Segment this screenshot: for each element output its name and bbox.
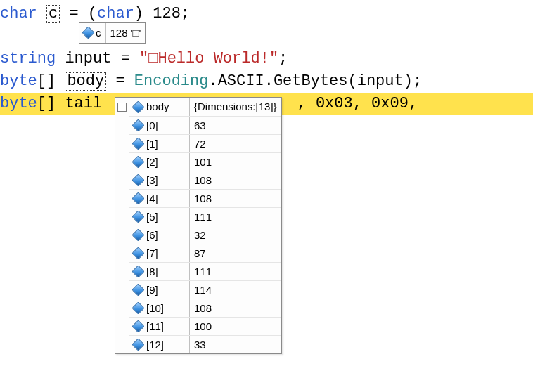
datatip-item-row[interactable]: [12]33 bbox=[129, 335, 281, 353]
datatip-item-name: [9] bbox=[129, 281, 190, 299]
datatip-item-value: 32 bbox=[190, 226, 210, 244]
datatip-item-value: 33 bbox=[190, 336, 210, 353]
datatip-item-name: [0] bbox=[129, 117, 190, 134]
datatip-item-row[interactable]: [10]108 bbox=[129, 299, 281, 317]
datatip-item-row[interactable]: [4]108 bbox=[129, 189, 281, 207]
datatip-c-value: 128 '□' bbox=[105, 23, 146, 43]
field-icon bbox=[131, 301, 144, 314]
datatip-item-value: 114 bbox=[190, 281, 216, 299]
datatip-body-header[interactable]: − body {Dimensions:[13]} bbox=[115, 98, 281, 116]
code-text: ) 128; bbox=[134, 5, 190, 22]
datatip-item-row[interactable]: [7]87 bbox=[129, 244, 281, 262]
code-text: = ( bbox=[60, 5, 97, 22]
datatip-body-name: body bbox=[146, 99, 169, 115]
variable-body-hover-target[interactable]: body bbox=[65, 72, 106, 91]
datatip-item-row[interactable]: [1]72 bbox=[129, 134, 281, 152]
datatip-item-name: [1] bbox=[129, 135, 190, 152]
datatip-item-name: [12] bbox=[129, 336, 190, 353]
datatip-item-name: [11] bbox=[129, 318, 190, 335]
datatip-item-row[interactable]: [8]111 bbox=[129, 262, 281, 280]
datatip-body-summary: {Dimensions:[13]} bbox=[194, 99, 277, 115]
keyword-char-cast: char bbox=[97, 5, 134, 22]
datatip-item-row[interactable]: [11]100 bbox=[129, 317, 281, 335]
datatip-item-label: [4] bbox=[146, 191, 158, 207]
code-line-3: byte[] body = Encoding.ASCII.GetBytes(in… bbox=[0, 70, 533, 93]
datatip-item-label: [7] bbox=[146, 246, 158, 261]
code-line-2: string input = "□Hello World!"; bbox=[0, 48, 533, 70]
field-icon bbox=[131, 338, 144, 351]
datatip-item-value: 101 bbox=[190, 153, 216, 171]
datatip-item-label: [0] bbox=[146, 118, 158, 133]
field-icon bbox=[131, 210, 144, 223]
field-icon bbox=[131, 247, 144, 259]
datatip-item-row[interactable]: [6]32 bbox=[129, 226, 281, 244]
datatip-item-label: [5] bbox=[146, 209, 158, 225]
datatip-item-label: [3] bbox=[146, 173, 158, 188]
datatip-item-row[interactable]: [2]101 bbox=[129, 152, 281, 171]
datatip-item-label: [11] bbox=[146, 319, 164, 334]
datatip-item-label: [6] bbox=[146, 228, 158, 243]
field-icon bbox=[82, 27, 94, 39]
datatip-item-value: 108 bbox=[190, 171, 216, 189]
datatip-item-name: [5] bbox=[129, 208, 190, 226]
field-icon bbox=[131, 100, 144, 113]
field-icon bbox=[131, 265, 144, 277]
keyword-char: char bbox=[0, 5, 37, 22]
datatip-item-value: 108 bbox=[190, 299, 216, 317]
type-encoding: Encoding bbox=[134, 72, 209, 90]
field-icon bbox=[131, 174, 144, 186]
datatip-item-name: [7] bbox=[129, 244, 190, 262]
datatip-value-text: 128 '□' bbox=[110, 25, 141, 41]
datatip-item-name: [3] bbox=[129, 171, 190, 189]
datatip-item-name: [2] bbox=[129, 153, 190, 171]
datatip-item-label: [10] bbox=[146, 301, 164, 316]
datatip-item-value: 108 bbox=[190, 190, 216, 207]
field-icon bbox=[131, 192, 144, 204]
field-icon bbox=[131, 137, 144, 150]
field-icon bbox=[131, 283, 144, 296]
keyword-byte: byte bbox=[0, 95, 37, 112]
datatip-c-name: c bbox=[79, 23, 105, 43]
datatip-item-name: [8] bbox=[129, 263, 190, 280]
datatip-item-row[interactable]: [9]114 bbox=[129, 280, 281, 299]
datatip-item-value: 63 bbox=[190, 117, 210, 134]
datatip-item-name: [6] bbox=[129, 226, 190, 244]
datatip-item-value: 111 bbox=[190, 263, 216, 280]
code-text: .ASCII.GetBytes(input); bbox=[208, 72, 422, 90]
string-literal: "□Hello World!" bbox=[139, 50, 278, 67]
datatip-item-value: 72 bbox=[190, 135, 210, 152]
datatip-name-text: c bbox=[96, 25, 101, 41]
variable-tail: tail bbox=[65, 95, 102, 112]
datatip-item-label: [8] bbox=[146, 264, 158, 280]
field-icon bbox=[131, 320, 144, 332]
datatip-item-row[interactable]: [5]111 bbox=[129, 207, 281, 226]
datatip-item-name: [4] bbox=[129, 190, 190, 207]
keyword-string: string bbox=[0, 50, 56, 67]
datatip-item-label: [1] bbox=[146, 136, 158, 152]
field-icon bbox=[131, 155, 144, 168]
keyword-byte: byte bbox=[0, 72, 37, 90]
datatip-item-label: [9] bbox=[146, 282, 158, 298]
field-icon bbox=[131, 228, 144, 241]
datatip-item-label: [2] bbox=[146, 155, 158, 170]
datatip-item-label: [12] bbox=[146, 337, 164, 353]
datatip-item-value: 87 bbox=[190, 244, 210, 262]
code-text-trail: , 0x03, 0x09, bbox=[297, 95, 418, 112]
datatip-body-items: [0]63[1]72[2]101[3]108[4]108[5]111[6]32[… bbox=[115, 116, 281, 353]
datatip-item-row[interactable]: [3]108 bbox=[129, 171, 281, 189]
code-text: input = bbox=[56, 50, 139, 67]
datatip-item-row[interactable]: [0]63 bbox=[129, 116, 281, 134]
datatip-c[interactable]: c 128 '□' bbox=[79, 22, 146, 44]
datatip-item-value: 100 bbox=[190, 318, 216, 335]
expand-toggle[interactable]: − bbox=[117, 103, 127, 112]
datatip-item-name: [10] bbox=[129, 299, 190, 317]
variable-c-hover-target[interactable]: c bbox=[46, 5, 60, 23]
field-icon bbox=[131, 119, 144, 131]
datatip-item-value: 111 bbox=[190, 208, 216, 226]
datatip-body[interactable]: − body {Dimensions:[13]} [0]63[1]72[2]10… bbox=[115, 97, 282, 354]
